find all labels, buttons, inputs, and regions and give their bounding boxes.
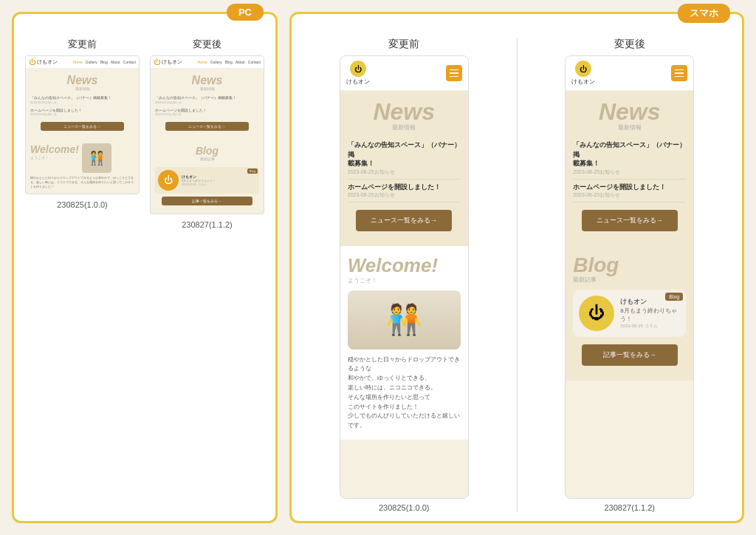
pc-section: PC 変更前 ⏻ けもオン Home Gallery Blog bbox=[12, 12, 278, 523]
mini-navbar-before: ⏻ けもオン Home Gallery Blog About Contact bbox=[26, 56, 139, 69]
phone-navbar-after: ⏻ けもオン bbox=[566, 56, 693, 91]
main-container: PC 変更前 ⏻ けもオン Home Gallery Blog bbox=[0, 0, 756, 535]
phone-news-section-before: News 最新情報 「みんなの告知スペース」（バナー）掲載募集！ 2023-08… bbox=[340, 91, 468, 246]
mini-logo-before: ⏻ けもオン bbox=[29, 58, 58, 66]
mini-blog-section-after: Blog 最新記事 bbox=[151, 140, 264, 165]
mobile-after-version: 230827(1.1.2) bbox=[605, 503, 656, 512]
mobile-after-label: 変更後 bbox=[614, 38, 645, 51]
phone-menu-icon-after[interactable] bbox=[671, 65, 687, 81]
phone-blog-card-after: ⏻ けもオン 8月もまう終わりちゃう！ 2023-08-25 コラム Blog bbox=[573, 290, 686, 337]
blog-btn-after[interactable]: 記事一覧をみる→ bbox=[582, 344, 678, 366]
pc-after-label: 変更後 bbox=[193, 38, 221, 51]
pc-before-version: 230825(1.0.0) bbox=[57, 200, 108, 209]
mobile-before-mockup: ⏻ けもオン News 最新情報 bbox=[340, 55, 469, 499]
phone-news-section-after: News 最新情報 「みんなの告知スペース」（バナー）掲載募集！ 2023-08… bbox=[566, 91, 693, 246]
mini-welcome-before: Welcome! ようこそ！ 🧑‍🤝‍🧑 bbox=[26, 140, 139, 176]
mobile-section: スマホ 変更前 ⏻ けもオン bbox=[289, 12, 744, 523]
mobile-badge: スマホ bbox=[678, 4, 730, 23]
phone-chars-before: 🧑‍🤝‍🧑 bbox=[348, 290, 461, 350]
phone-menu-icon-before[interactable] bbox=[446, 65, 462, 81]
mobile-after-mockup: ⏻ けもオン News 最新情報 bbox=[565, 55, 694, 499]
pc-before-column: 変更前 ⏻ けもオン Home Gallery Blog About bbox=[23, 38, 142, 229]
mobile-after-column: 変更後 ⏻ けもオン bbox=[526, 38, 734, 512]
mini-hero-before: News 最新情報 「みんなの告知スペース」（バナー）掲載募集！ 2023-08… bbox=[26, 69, 139, 140]
phone-blog-section-after: Blog 最新記事 ⏻ けもオン 8月もまう終わりちゃう！ 2023-08-25… bbox=[566, 246, 693, 381]
mini-navbar-after: ⏻ けもオン Home Gallery Blog About Contact bbox=[151, 56, 264, 69]
phone-navbar-before: ⏻ けもオン bbox=[340, 56, 468, 91]
mini-hero-after: News 最新情報 「みんなの告知スペース」（バナー）掲載募集！ 2023-08… bbox=[151, 69, 264, 140]
pc-before-mockup: ⏻ けもオン Home Gallery Blog About Contact bbox=[25, 55, 140, 194]
pc-after-mockup: ⏻ けもオン Home Gallery Blog About Contact bbox=[150, 55, 264, 214]
mini-logo-after: ⏻ けもオン bbox=[154, 58, 182, 66]
blog-badge-after: Blog bbox=[665, 293, 683, 301]
mini-news-title-before: News bbox=[30, 75, 134, 86]
section-divider bbox=[517, 38, 518, 512]
mini-blog-card-after: ⏻ けもオン 8月もまう終わりちゃう！ 2023-08-25 コラム Blog bbox=[155, 167, 259, 194]
mini-nav-after: Home Gallery Blog About Contact bbox=[197, 60, 261, 64]
mobile-before-label: 変更前 bbox=[388, 38, 419, 51]
pc-after-version: 230827(1.1.2) bbox=[182, 220, 233, 229]
pc-before-label: 変更前 bbox=[68, 38, 97, 51]
news-btn-before[interactable]: ニュース一覧をみる→ bbox=[356, 210, 452, 231]
news-btn-after[interactable]: ニュース一覧をみる→ bbox=[582, 210, 678, 231]
pc-badge: PC bbox=[227, 4, 264, 21]
pc-columns: 変更前 ⏻ けもオン Home Gallery Blog About bbox=[23, 38, 267, 229]
pc-after-column: 変更後 ⏻ けもオン Home Gallery Blog About bbox=[148, 38, 267, 229]
mobile-columns: 変更前 ⏻ けもオン bbox=[300, 38, 733, 512]
mobile-before-column: 変更前 ⏻ けもオン bbox=[300, 38, 508, 512]
mini-nav-before: Home Gallery Blog About Contact bbox=[72, 60, 136, 64]
phone-welcome-section-before: Welcome! ようこそ！ 🧑‍🤝‍🧑 穏やかとした日々からドロップアウトでき… bbox=[340, 246, 468, 440]
mobile-before-version: 230825(1.0.0) bbox=[379, 503, 430, 512]
